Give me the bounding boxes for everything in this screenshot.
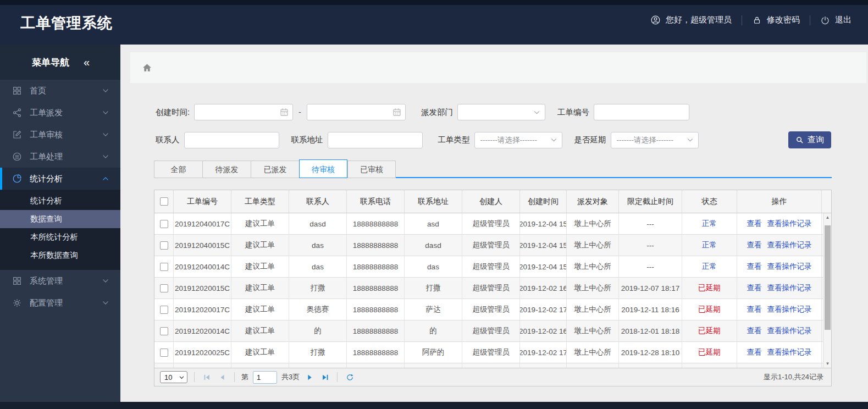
view-link[interactable]: 查看 — [747, 305, 762, 314]
sidebar-subitem-data-query[interactable]: 数据查询 — [0, 210, 120, 228]
row-checkbox[interactable] — [160, 263, 168, 271]
view-log-link[interactable]: 查看操作记录 — [767, 262, 812, 272]
column-header: 工单编号 — [174, 190, 231, 213]
delay-select[interactable]: -------请选择------- — [611, 132, 699, 148]
contact-cell — [289, 363, 347, 368]
select-all-checkbox[interactable] — [160, 197, 168, 206]
app-title: 工单管理系统 — [20, 13, 113, 33]
page-size-select[interactable]: 10 — [160, 371, 187, 383]
view-link[interactable]: 查看 — [747, 326, 762, 336]
address-cell: dasd — [405, 235, 462, 256]
prev-page-icon — [218, 373, 226, 382]
status-cell: 已延期 — [682, 320, 737, 341]
tab-pending-dispatch[interactable]: 待派发 — [202, 161, 251, 178]
creator-cell: 超级管理员 — [462, 342, 520, 363]
scrollbar-thumb[interactable] — [825, 225, 831, 330]
pagination-bar: 10 第 共3页 显示1-10,共24记录 — [154, 368, 831, 386]
prev-page-button[interactable] — [217, 372, 228, 383]
view-link[interactable]: 查看 — [747, 219, 762, 229]
row-checkbox[interactable] — [160, 349, 168, 357]
deadline-cell: --- — [619, 213, 682, 234]
view-log-link[interactable]: 查看操作记录 — [767, 219, 812, 229]
refresh-button[interactable] — [344, 372, 355, 383]
search-button[interactable]: 查询 — [788, 131, 831, 148]
view-link[interactable]: 查看 — [747, 283, 762, 293]
order-type-cell: 建议工单 — [231, 342, 289, 363]
tab-reviewed[interactable]: 已审核 — [347, 161, 396, 178]
actions-cell: 查看查看操作记录 — [737, 342, 822, 363]
create-time-start-input[interactable] — [194, 104, 293, 120]
home-icon[interactable] — [141, 62, 153, 74]
sidebar-item-home[interactable]: 首页 — [0, 80, 120, 102]
table-row: 201912020014C建议工单的18888888888的超级管理员2019-… — [154, 320, 831, 342]
sidebar-item-statistics[interactable]: 统计分析 — [0, 168, 120, 190]
next-page-button[interactable] — [304, 372, 315, 383]
create-time-end-input[interactable] — [307, 104, 406, 120]
chevron-down-icon — [102, 153, 109, 161]
sidebar-title: 菜单导航 — [32, 56, 69, 69]
scroll-down-arrow[interactable]: ▼ — [823, 361, 831, 366]
calendar-icon[interactable] — [279, 107, 289, 117]
sidebar-subitem-bureau-statistics[interactable]: 本所统计分析 — [0, 228, 120, 246]
sidebar-subitem-bureau-data-query[interactable]: 本所数据查询 — [0, 246, 120, 264]
sidebar-item-label: 统计分析 — [30, 174, 94, 184]
data-table: 工单编号工单类型联系人联系电话联系地址创建人创建时间派发对象限定截止时间状态操作… — [154, 190, 832, 386]
tab-all[interactable]: 全部 — [154, 161, 202, 178]
view-log-link[interactable]: 查看操作记录 — [767, 305, 812, 314]
sidebar-item-order-process[interactable]: 工单处理 — [0, 146, 120, 168]
range-separator: - — [298, 108, 301, 117]
view-log-link[interactable]: 查看操作记录 — [767, 326, 812, 336]
address-cell: 打撒 — [405, 278, 462, 299]
view-link[interactable]: 查看 — [747, 240, 762, 250]
order-type-cell: 建议工单 — [231, 235, 289, 256]
page-number-input[interactable] — [253, 371, 277, 384]
chevron-down-icon — [533, 109, 540, 116]
scroll-up-arrow[interactable]: ▲ — [823, 215, 831, 220]
row-checkbox[interactable] — [160, 220, 168, 228]
sidebar-collapse-icon[interactable]: « — [84, 56, 89, 69]
table-scrollbar[interactable]: ▲▼ — [823, 213, 831, 368]
order-no-label: 工单编号 — [557, 107, 589, 118]
sidebar-item-label: 工单处理 — [30, 152, 94, 162]
order-no-input[interactable] — [594, 104, 689, 120]
sidebar-subitem-statistics-analysis[interactable]: 统计分析 — [0, 192, 120, 210]
status-cell: 已延期 — [682, 342, 737, 363]
tab-dispatched[interactable]: 已派发 — [251, 161, 299, 178]
chevron-down-icon — [102, 109, 109, 117]
contact-label: 联系人 — [156, 135, 180, 145]
column-header: 限定截止时间 — [619, 190, 682, 213]
page-prefix-label: 第 — [241, 372, 248, 382]
logout-link[interactable]: 退出 — [820, 15, 852, 25]
header-divider — [810, 15, 810, 25]
address-input[interactable] — [328, 132, 423, 148]
row-checkbox[interactable] — [160, 284, 168, 292]
calendar-icon[interactable] — [392, 107, 402, 117]
view-link[interactable]: 查看 — [747, 347, 762, 357]
contact-input[interactable] — [184, 132, 279, 148]
view-log-link[interactable]: 查看操作记录 — [767, 283, 812, 293]
tab-pending-review[interactable]: 待审核 — [299, 159, 347, 178]
row-checkbox[interactable] — [160, 306, 168, 314]
status-cell: 已延期 — [682, 299, 737, 320]
last-page-button[interactable] — [319, 372, 330, 383]
row-checkbox[interactable] — [160, 327, 168, 335]
sidebar-item-order-dispatch[interactable]: 工单派发 — [0, 102, 120, 124]
order-type-cell: 建议工单 — [231, 256, 289, 277]
order-no-cell: 201912020025C — [174, 342, 231, 363]
sidebar-item-system-management[interactable]: 系统管理 — [0, 270, 120, 292]
sidebar-item-config-management[interactable]: 配置管理 — [0, 292, 120, 314]
table-row: 201912020025C建议工单打撒18888888888阿萨的超级管理员20… — [154, 342, 831, 363]
lock-icon — [752, 15, 762, 25]
change-password-link[interactable]: 修改密码 — [752, 15, 800, 25]
sidebar-item-order-review[interactable]: 工单审核 — [0, 124, 120, 146]
row-checkbox[interactable] — [160, 241, 168, 250]
dispatch-dept-select[interactable] — [457, 104, 545, 120]
view-log-link[interactable]: 查看操作记录 — [767, 347, 812, 357]
sidebar-menu: 首页工单派发工单审核工单处理统计分析统计分析数据查询本所统计分析本所数据查询系统… — [0, 80, 120, 314]
view-log-link[interactable]: 查看操作记录 — [767, 240, 812, 250]
view-link[interactable]: 查看 — [747, 262, 762, 272]
sidebar: 菜单导航 « 首页工单派发工单审核工单处理统计分析统计分析数据查询本所统计分析本… — [0, 45, 120, 402]
first-page-button[interactable] — [201, 372, 212, 383]
select-placeholder: -------请选择------- — [480, 135, 537, 145]
order-type-select[interactable]: -------请选择------- — [474, 132, 562, 148]
